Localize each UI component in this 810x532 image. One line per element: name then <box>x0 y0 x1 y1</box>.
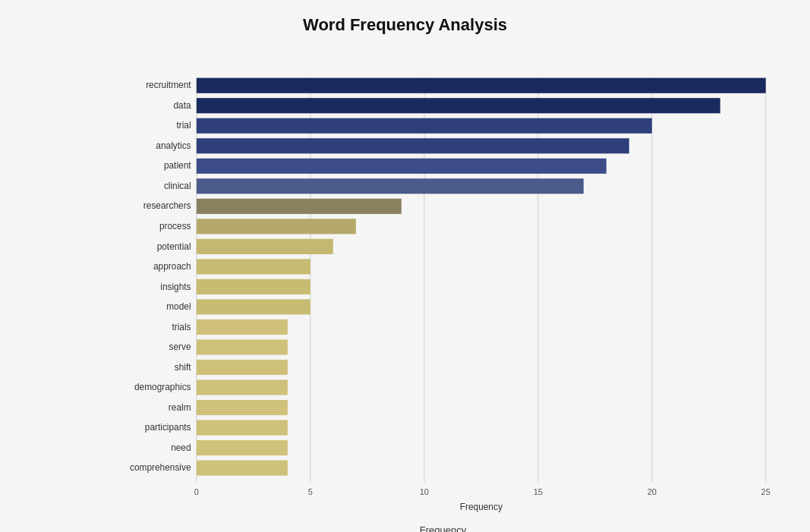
svg-text:analytics: analytics <box>156 140 191 151</box>
svg-rect-19 <box>197 138 629 153</box>
chart-container: Word Frequency Analysis 0510152025Freque… <box>0 0 810 532</box>
svg-text:0: 0 <box>194 487 199 496</box>
svg-rect-17 <box>197 118 652 134</box>
svg-rect-49 <box>197 440 288 455</box>
svg-text:Frequency: Frequency <box>460 502 503 512</box>
svg-text:20: 20 <box>648 487 657 496</box>
svg-rect-47 <box>197 420 288 435</box>
svg-text:recruitment: recruitment <box>146 80 191 90</box>
svg-text:researchers: researchers <box>143 200 191 211</box>
svg-rect-45 <box>197 400 288 415</box>
svg-text:insights: insights <box>160 282 191 292</box>
chart-title: Word Frequency Analysis <box>30 15 780 35</box>
svg-rect-15 <box>197 98 720 113</box>
svg-text:data: data <box>173 100 191 111</box>
svg-text:realm: realm <box>169 402 191 413</box>
svg-rect-37 <box>197 320 288 335</box>
svg-text:need: need <box>171 442 191 453</box>
svg-rect-31 <box>197 259 310 274</box>
svg-rect-27 <box>197 219 356 234</box>
x-axis-label: Frequency <box>420 524 466 532</box>
svg-text:model: model <box>166 301 191 312</box>
svg-text:serve: serve <box>169 342 191 352</box>
svg-rect-43 <box>197 379 288 395</box>
svg-rect-33 <box>197 279 310 294</box>
svg-text:participants: participants <box>145 422 191 433</box>
svg-rect-25 <box>197 199 402 214</box>
svg-text:demographics: demographics <box>134 382 191 392</box>
svg-rect-29 <box>197 239 333 254</box>
svg-text:clinical: clinical <box>164 181 191 191</box>
svg-text:trials: trials <box>172 322 191 332</box>
svg-rect-51 <box>197 461 288 476</box>
svg-text:15: 15 <box>534 487 543 496</box>
svg-text:shift: shift <box>175 362 191 373</box>
svg-text:25: 25 <box>761 487 771 496</box>
svg-rect-13 <box>197 78 766 93</box>
svg-rect-23 <box>197 178 584 194</box>
svg-text:process: process <box>159 221 191 231</box>
svg-rect-35 <box>197 299 310 314</box>
svg-rect-41 <box>197 360 288 375</box>
svg-text:comprehensive: comprehensive <box>130 462 191 473</box>
svg-rect-21 <box>197 159 607 174</box>
svg-rect-39 <box>197 339 288 354</box>
svg-text:5: 5 <box>308 487 313 496</box>
chart-svg: 0510152025Frequencyrecruitmentdatatriala… <box>106 50 780 532</box>
svg-text:potential: potential <box>157 241 191 252</box>
svg-text:approach: approach <box>153 261 191 272</box>
svg-text:10: 10 <box>420 487 429 496</box>
svg-text:trial: trial <box>176 120 191 131</box>
svg-text:patient: patient <box>164 160 191 171</box>
